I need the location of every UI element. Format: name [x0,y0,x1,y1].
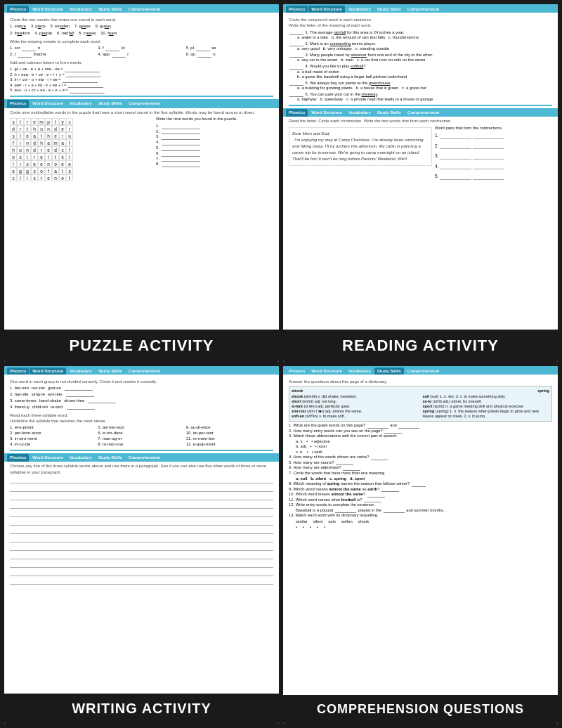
tab-vocabulary-3b[interactable]: Vocabulary [67,454,95,462]
puzzle-tab-bar: Phonics Word Structure Vocabulary Study … [4,4,279,13]
tab-vocabulary-2[interactable]: Vocabulary [346,6,374,13]
dict-right-col: spring soil (soil) 1. n. dirt. 2. v. to … [423,389,550,419]
comprehension-instruction: Answer the questions about this page of … [289,379,552,384]
tab-wordstructure-3[interactable]: Word Structure [30,368,66,375]
puzzle-worksheet: Circle the two vowels that make one soun… [4,13,279,330]
tab-vocabulary-3[interactable]: Vocabulary [67,368,95,375]
tab-vocabulary-4[interactable]: Vocabulary [346,368,374,375]
tab-comprehension-2[interactable]: Comprehension [405,6,443,13]
tab-comprehension-3[interactable]: Comprehension [126,368,164,375]
tab-vocabulary-1[interactable]: Vocabulary [67,6,95,13]
reading-letter-text: Dear Mom and Dad, I'm enjoying my stay a… [289,127,432,166]
tab-wordstructure-1b[interactable]: Word Structure [30,100,66,108]
comprehension-worksheet: Answer the questions about this page of … [283,375,558,695]
tab-phonics-1b[interactable]: Phonics [7,100,29,108]
reading-instruction-1: Circle the compound word in each sentenc… [289,17,552,29]
main-grid: Phonics Word Structure Vocabulary Study … [0,0,562,728]
writing-tab-bar-2: Phonics Word Structure Vocabulary Study … [4,453,279,462]
reading-word-pairs-label: Word pairs that form the contractions. [435,126,552,131]
tab-phonics-3b[interactable]: Phonics [7,454,29,462]
comprehension-label: COMPREHENSION QUESTIONS [283,695,558,724]
tab-wordstructure-1[interactable]: Word Structure [30,6,66,13]
reading-answer-lines: 1. 2. 3. 4. 5. [435,133,552,179]
puzzle-instruction-4: Circle nine multisyllable words in the p… [10,110,273,115]
writing-instruction-1: One word in each group is not divided co… [10,379,273,384]
tab-studyskills-3[interactable]: Study Skills [96,368,125,375]
tab-comprehension-1b[interactable]: Comprehension [126,100,164,108]
comprehension-panel: Phonics Word Structure Vocabulary Study … [283,366,558,724]
reading-tab-bar-2: Phonics Word Structure Vocabulary Study … [283,108,558,117]
puzzle-words-row1: 1. statue 3. piece 5. wooden 7. geese 9.… [10,24,273,30]
writing-worksheet: One word in each group is not divided co… [4,375,279,694]
reading-instruction-2: Read the letter. Circle each contraction… [289,118,552,124]
writing-lines [10,476,273,585]
writing-instruction-2: Read each three-syllable word.Underline … [10,412,273,424]
dict-left-col: shook shook (shōōk) v. did shake; trembl… [292,389,419,419]
tab-vocabulary-2b[interactable]: Vocabulary [346,109,374,117]
tab-vocabulary-1b[interactable]: Vocabulary [67,100,95,108]
tab-studyskills-4[interactable]: Study Skills [374,368,404,375]
comprehension-questions: 1. What are the guide words on this page… [289,423,552,531]
tab-studyskills-3b[interactable]: Study Skills [96,454,125,462]
writing-label: WRITING ACTIVITY [4,694,279,724]
writing-tab-bar: Phonics Word Structure Vocabulary Study … [4,366,279,375]
tab-comprehension-2b[interactable]: Comprehension [405,109,443,117]
dictionary-box: shook shook (shōōk) v. did shake; trembl… [289,386,552,422]
puzzle-instruction-3: Add and subtract letters to form words. [10,60,273,65]
puzzle-letter-math: 1. gr + oe - e + a + nne - ne = 2. h + e… [10,67,273,93]
tab-comprehension-1[interactable]: Comprehension [126,6,164,13]
tab-phonics-4[interactable]: Phonics [286,368,308,375]
tab-wordstructure-4[interactable]: Word Structure [308,368,345,375]
puzzle-word-grid: stremptyc drthunder sleatheru findhamaf … [10,118,153,181]
tab-studyskills-2b[interactable]: Study Skills [374,109,404,117]
puzzle-bottom-section: stremptyc drthunder sleatheru findhamaf … [10,117,273,183]
puzzle-instruction-2: Write the missing vowels to complete eac… [10,39,273,44]
puzzle-label: PUZZLE ACTIVITY [4,330,279,362]
puzzle-instruction-1: Circle the two vowels that make one soun… [10,17,273,22]
reading-items: 1. The average rainfall for this area is… [289,30,552,103]
puzzle-panel: Phonics Word Structure Vocabulary Study … [4,4,279,362]
reading-label: READING ACTIVITY [283,330,558,362]
tab-phonics-2b[interactable]: Phonics [286,109,308,117]
tab-studyskills-1b[interactable]: Study Skills [96,100,125,108]
puzzle-words-row2: 2. freedom 4. people 6. rainfall 8. crea… [10,31,273,37]
reading-letter-section: Dear Mom and Dad, I'm enjoying my stay a… [289,126,552,180]
tab-studyskills-2[interactable]: Study Skills [374,6,404,13]
tab-phonics-3[interactable]: Phonics [7,368,29,375]
tab-comprehension-4[interactable]: Comprehension [405,368,443,375]
puzzle-vowels: 1. scr n 3. f ld 5. pl se 2. t thache 4.… [10,46,273,58]
reading-tab-bar: Phonics Word Structure Vocabulary Study … [283,4,558,13]
reading-panel: Phonics Word Structure Vocabulary Study … [283,4,558,362]
puzzle-write-words: Write the nine words you found in the pu… [156,117,273,183]
reading-worksheet: Circle the compound word in each sentenc… [283,13,558,330]
tab-wordstructure-3b[interactable]: Word Structure [30,454,66,462]
tab-studyskills-1[interactable]: Study Skills [96,6,125,13]
writing-division-items: 1. bot-tomrun-nergott-en 2. han-dlesimp-… [10,386,273,410]
comprehension-tab-bar: Phonics Word Structure Vocabulary Study … [283,366,558,375]
tab-comprehension-3b[interactable]: Comprehension [126,454,164,462]
tab-phonics-1[interactable]: Phonics [7,6,29,13]
tab-wordstructure-2[interactable]: Word Structure [308,6,345,13]
tab-phonics-2[interactable]: Phonics [286,6,308,13]
writing-instruction-3: Choose any five of the three-syllable wo… [10,463,273,475]
writing-syllables: 1. el-e-phant 2. per-form-ance 3. in-str… [10,425,273,447]
puzzle-tab-bar-2: Phonics Word Structure Vocabulary Study … [4,99,279,108]
writing-panel: Phonics Word Structure Vocabulary Study … [4,366,279,724]
tab-wordstructure-2b[interactable]: Word Structure [308,109,345,117]
